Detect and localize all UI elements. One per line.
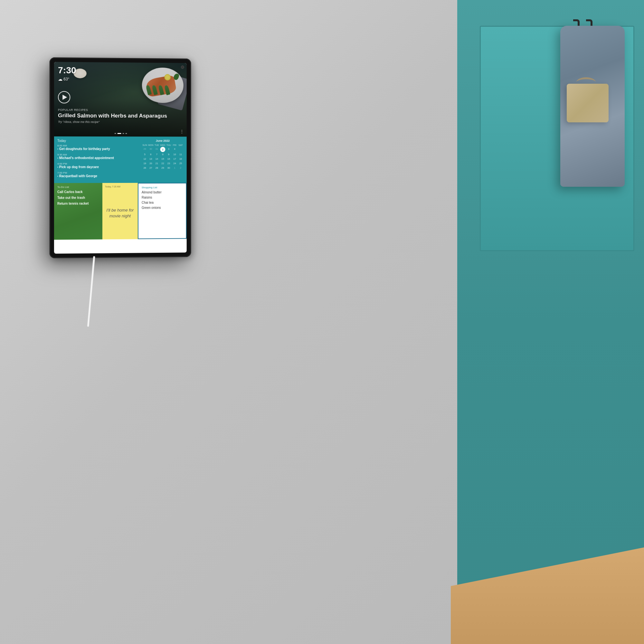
- hero-title: Grilled Salmon with Herbs and Asparagus: [58, 112, 183, 119]
- event-item-1[interactable]: 8:00 AM • Get doughnuts for birthday par…: [57, 144, 139, 151]
- cal-day-4[interactable]: 4: [172, 147, 178, 152]
- cal-day-29prev[interactable]: 29: [142, 147, 148, 152]
- cal-day-25[interactable]: 25: [178, 161, 184, 166]
- cal-day-8[interactable]: 8: [160, 152, 166, 156]
- note-text[interactable]: I'll be home for movie night: [105, 190, 135, 237]
- event-dot-2: •: [57, 156, 58, 160]
- cal-day-18[interactable]: 18: [178, 157, 184, 161]
- cal-day-9[interactable]: 9: [166, 152, 172, 156]
- cal-header-tue: TUE: [154, 144, 160, 147]
- dot-active: [118, 133, 121, 134]
- event-time-3: 4:00 PM: [57, 162, 139, 165]
- cal-day-20[interactable]: 20: [148, 161, 154, 166]
- hero-time: 7:30: [58, 66, 76, 75]
- camera-icon: [181, 66, 184, 69]
- todo-item-3[interactable]: Return tennis racket: [57, 202, 99, 206]
- calendar-grid: SUN MON TUE WED THU FRI SAT 29 30 31 2 3…: [142, 144, 184, 170]
- bag: [567, 84, 609, 122]
- cal-day-11[interactable]: 11: [178, 152, 184, 156]
- hero-category: Popular Recipes: [58, 108, 183, 112]
- play-icon: [62, 95, 67, 100]
- cal-day-16[interactable]: 16: [166, 157, 172, 161]
- event-title-4: • Racquetball with George: [57, 174, 139, 178]
- todo-item-2[interactable]: Take out the trash: [57, 196, 99, 200]
- note-panel: Today, 7:20 AM I'll be home for movie ni…: [102, 183, 138, 240]
- dot-3: [122, 133, 124, 134]
- event-dot-4: •: [57, 175, 58, 178]
- cal-day-19[interactable]: 19: [142, 161, 148, 166]
- cal-header-mon: MON: [148, 144, 154, 147]
- hero-subtitle: Try "Alexa, show me this recipe": [58, 120, 183, 124]
- bottom-panels: To-Do List Call Carlos back Take out the…: [54, 183, 187, 240]
- cal-day-15[interactable]: 15: [160, 157, 166, 161]
- cal-day-5[interactable]: 5: [142, 152, 148, 156]
- hero-weather: ☁ 63°: [58, 77, 69, 82]
- mini-calendar: June 2022 SUN MON TUE WED THU FRI SAT 29…: [142, 139, 184, 180]
- event-item-3[interactable]: 4:00 PM • Pick up dog from daycare: [57, 162, 139, 169]
- device-screen: 7:30 ☁ 63° Popular Recipes Grilled Salmo…: [54, 62, 187, 254]
- event-time-4: 7:00 PM: [57, 171, 139, 174]
- shopping-item-4[interactable]: Green onions: [142, 206, 183, 210]
- todo-item-1[interactable]: Call Carlos back: [57, 190, 99, 194]
- cal-day-22[interactable]: 22: [160, 161, 166, 166]
- calendar-events-section: Today 8:00 AM • Get doughnuts for birthd…: [54, 137, 187, 183]
- cal-day-3[interactable]: 3: [166, 147, 172, 152]
- note-time: Today, 7:20 AM: [105, 185, 135, 188]
- device-frame: 7:30 ☁ 63° Popular Recipes Grilled Salmo…: [50, 57, 191, 258]
- cal-header-sun: SUN: [142, 144, 148, 147]
- event-dot-3: •: [57, 166, 58, 169]
- cal-day-27[interactable]: 27: [148, 166, 154, 170]
- cal-day-30prev[interactable]: 30: [148, 147, 154, 152]
- cal-day-12[interactable]: 12: [142, 157, 148, 161]
- cal-day-6[interactable]: 6: [148, 152, 154, 156]
- cal-day-13[interactable]: 13: [148, 157, 154, 161]
- dot-1: [115, 133, 116, 134]
- cal-day-today[interactable]: 2: [160, 147, 165, 152]
- event-title-1: • Get doughnuts for birthday party: [57, 147, 139, 151]
- cal-header-thu: THU: [166, 144, 172, 147]
- event-item-2[interactable]: 9:30 AM • Michael's orthodontist appoint…: [57, 153, 139, 160]
- shopping-item-3[interactable]: Chai tea: [142, 201, 183, 204]
- cal-header-wed: WED: [160, 144, 166, 147]
- cal-day-7[interactable]: 7: [154, 152, 160, 156]
- event-item-4[interactable]: 7:00 PM • Racquetball with George: [57, 171, 139, 178]
- cal-day-17[interactable]: 17: [172, 157, 178, 161]
- shopping-panel: Shopping List Almond butter Raisins Chai…: [138, 183, 187, 239]
- events-panel: Today 8:00 AM • Get doughnuts for birthd…: [57, 139, 139, 181]
- hero-section: 7:30 ☁ 63° Popular Recipes Grilled Salmo…: [54, 62, 187, 137]
- cal-day-31prev[interactable]: 31: [154, 147, 160, 152]
- cal-day-23[interactable]: 23: [166, 161, 172, 166]
- cal-day-14[interactable]: 14: [154, 157, 160, 161]
- event-title-2: • Michael's orthodontist appointment: [57, 156, 139, 160]
- cal-day-1next[interactable]: 1: [172, 166, 178, 170]
- cal-header-fri: FRI: [172, 144, 178, 147]
- cal-day-10[interactable]: 10: [172, 152, 178, 156]
- shopping-item-1[interactable]: Almond butter: [142, 190, 183, 194]
- cal-day-21[interactable]: 21: [154, 161, 160, 166]
- cal-day-28[interactable]: 28: [154, 166, 160, 170]
- cal-day-2next[interactable]: 2: [178, 166, 184, 170]
- today-label: Today: [57, 139, 139, 143]
- shopping-label: Shopping List: [142, 186, 183, 189]
- dot-4: [125, 133, 127, 134]
- cal-day-30[interactable]: 30: [166, 166, 172, 170]
- more-options-button[interactable]: ⋮: [180, 129, 184, 134]
- calendar-month-header: June 2022: [142, 139, 184, 142]
- play-button[interactable]: [58, 91, 70, 103]
- todo-panel: To-Do List Call Carlos back Take out the…: [54, 183, 102, 240]
- event-title-3: • Pick up dog from daycare: [57, 165, 139, 169]
- jacket: [560, 26, 625, 187]
- cal-day-26[interactable]: 26: [142, 166, 148, 170]
- weather-icon: ☁: [58, 77, 62, 82]
- shopping-item-2[interactable]: Raisins: [142, 195, 183, 199]
- cal-header-sat: SAT: [178, 144, 184, 147]
- todo-label: To-Do List: [57, 185, 99, 188]
- cal-day-24[interactable]: 24: [172, 161, 178, 166]
- cal-day-empty: [178, 147, 184, 152]
- event-time-1: 8:00 AM: [57, 144, 139, 147]
- hero-dots: [115, 133, 127, 134]
- event-time-2: 9:30 AM: [57, 153, 139, 156]
- cal-day-29[interactable]: 29: [160, 166, 166, 170]
- hero-label: Popular Recipes Grilled Salmon with Herb…: [58, 108, 183, 124]
- event-dot-1: •: [57, 147, 58, 151]
